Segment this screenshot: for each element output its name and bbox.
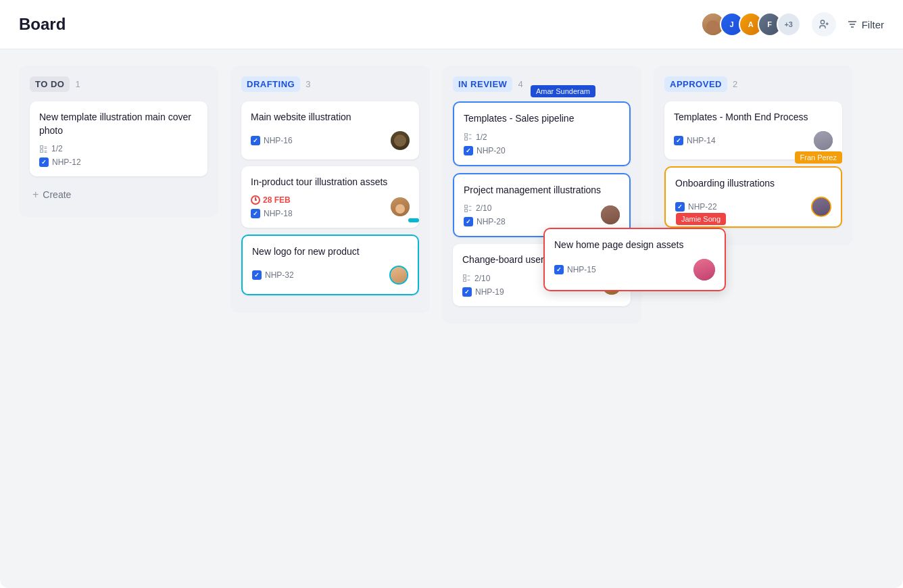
create-button-todo[interactable]: + Create: [30, 183, 208, 206]
svg-rect-17: [465, 209, 468, 212]
card-nhp32-avatar: [389, 266, 408, 285]
card-nhp32-meta: NHP-32: [252, 266, 408, 285]
card-nhp32[interactable]: New logo for new product NHP-32: [241, 235, 419, 295]
svg-rect-21: [464, 279, 466, 282]
filter-button[interactable]: Filter: [847, 19, 884, 30]
column-approved-count: 2: [733, 79, 737, 89]
card-nhp28-meta-left: 2/10 NHP-28: [464, 203, 506, 226]
avatar-extra[interactable]: +3: [777, 12, 801, 36]
card-nhp19-ticket: NHP-19: [475, 287, 504, 297]
floating-card-nhp15-tooltip: Jamie Song: [676, 213, 726, 225]
floating-card-nhp15-title: New home page design assets: [554, 239, 715, 252]
svg-rect-16: [465, 205, 468, 207]
card-nhp28-checkbox: [464, 217, 473, 226]
card-nhp20-tooltip: Amar Sunderam: [531, 85, 595, 97]
svg-rect-13: [465, 138, 468, 141]
card-nhp28-id-row: NHP-28: [464, 217, 506, 226]
card-nhp18-id-row: NHP-18: [251, 209, 293, 218]
card-nhp18-avatar: [391, 197, 410, 216]
card-nhp20-id-row: NHP-20: [464, 146, 506, 155]
card-nhp20-checkbox: [464, 146, 473, 155]
card-nhp18-ticket: NHP-18: [264, 209, 293, 218]
column-drafting-count: 3: [306, 79, 310, 89]
card-nhp12-id-row: NHP-12: [39, 157, 81, 167]
card-nhp14[interactable]: Templates - Month End Process NHP-14: [664, 101, 842, 160]
card-nhp22-title: Onboarding illustrations: [675, 177, 831, 191]
card-nhp12[interactable]: New template illustration main cover pho…: [30, 101, 208, 176]
floating-card-nhp15[interactable]: Jamie Song New home page design assets N…: [543, 228, 726, 291]
card-nhp28-checklist: 2/10: [464, 203, 506, 213]
create-plus-icon: +: [32, 189, 39, 201]
svg-rect-20: [464, 275, 466, 278]
card-nhp12-checklist: 1/2: [39, 144, 81, 153]
card-nhp20[interactable]: Amar Sunderam Templates - Sales pipeline: [453, 101, 631, 166]
card-nhp20-meta-left: 1/2 NHP-20: [464, 132, 506, 155]
column-approved-title: APPROVED: [664, 76, 727, 92]
card-nhp16-checkbox: [251, 136, 260, 145]
card-nhp18-meta-left: 28 FEB NHP-18: [251, 195, 293, 218]
card-nhp28-title: Project management illustrations: [464, 184, 620, 197]
card-nhp19-checkbox: [462, 287, 472, 297]
card-nhp18-due-date: 28 FEB: [263, 195, 291, 205]
card-nhp32-id-row: NHP-32: [252, 270, 294, 280]
card-nhp12-checkbox: [39, 157, 49, 167]
card-nhp19-meta-left: 2/10 NHP-19: [462, 274, 504, 297]
card-nhp19-checklist: 2/10: [462, 274, 504, 283]
card-nhp20-checklist: 1/2: [464, 132, 506, 142]
card-nhp22-tooltip: Fran Perez: [795, 151, 842, 164]
card-nhp18-meta: 28 FEB NHP-18: [251, 195, 410, 218]
card-nhp16-avatar: [391, 131, 410, 150]
card-nhp32-meta-left: NHP-32: [252, 270, 294, 280]
card-nhp22-avatar: [811, 197, 831, 217]
header: Board J A F +3: [0, 0, 903, 49]
column-todo-header: TO DO 1: [30, 76, 208, 92]
column-todo-count: 1: [75, 79, 80, 89]
card-nhp22-checkbox: [675, 202, 685, 212]
column-todo: TO DO 1 New template illustration main c…: [19, 66, 218, 217]
card-nhp18-due: 28 FEB: [251, 195, 293, 205]
card-nhp19-checklist-count: 2/10: [474, 274, 490, 283]
board-area: TO DO 1 New template illustration main c…: [0, 49, 903, 588]
card-nhp18[interactable]: In-product tour illustration assets 28 F…: [241, 166, 419, 228]
column-inreview: IN REVIEW 4 Amar Sunderam Templates - Sa…: [442, 66, 641, 324]
card-nhp14-meta: NHP-14: [674, 131, 833, 150]
column-drafting-title: DRAFTING: [241, 76, 300, 92]
card-nhp14-avatar: [814, 131, 833, 150]
card-nhp19-id-row: NHP-19: [462, 287, 504, 297]
card-nhp18-title: In-product tour illustration assets: [251, 176, 410, 189]
card-nhp22-id-row: NHP-22: [675, 202, 717, 212]
checklist-icon-nhp28: [464, 204, 472, 213]
column-drafting: DRAFTING 3 Main website illustration NHP…: [230, 66, 430, 313]
column-inreview-count: 4: [518, 79, 522, 89]
svg-rect-12: [465, 134, 468, 137]
checklist-icon-nhp19: [462, 274, 471, 283]
card-nhp16[interactable]: Main website illustration NHP-16: [241, 101, 419, 160]
card-nhp14-ticket: NHP-14: [687, 136, 716, 145]
card-nhp32-title: New logo for new product: [252, 245, 408, 259]
add-member-button[interactable]: [812, 12, 836, 36]
card-nhp32-checkbox: [252, 270, 262, 280]
header-right: J A F +3: [701, 12, 884, 36]
card-nhp12-meta: 1/2 NHP-12: [39, 144, 198, 167]
column-todo-title: TO DO: [30, 76, 70, 92]
page-title: Board: [19, 15, 66, 34]
column-approved-header: APPROVED 2: [664, 76, 842, 92]
svg-point-0: [821, 20, 824, 24]
app-container: Board J A F +3: [0, 0, 903, 588]
clock-icon: [251, 195, 260, 205]
card-nhp16-meta-left: NHP-16: [251, 136, 293, 145]
card-nhp16-meta: NHP-16: [251, 131, 410, 150]
card-nhp16-title: Main website illustration: [251, 111, 410, 124]
card-nhp20-ticket: NHP-20: [477, 146, 506, 155]
avatars-group: J A F +3: [701, 12, 801, 36]
card-nhp14-checkbox: [674, 136, 683, 145]
floating-card-nhp15-avatar: [693, 259, 715, 280]
filter-label: Filter: [862, 19, 884, 30]
card-nhp14-id-row: NHP-14: [674, 136, 716, 145]
card-nhp28-meta: 2/10 NHP-28: [464, 203, 620, 226]
card-nhp12-ticket: NHP-12: [52, 157, 81, 167]
svg-rect-7: [41, 149, 43, 152]
card-nhp12-title: New template illustration main cover pho…: [39, 111, 198, 137]
card-nhp12-meta-left: 1/2 NHP-12: [39, 144, 81, 167]
checklist-icon: [39, 145, 48, 153]
